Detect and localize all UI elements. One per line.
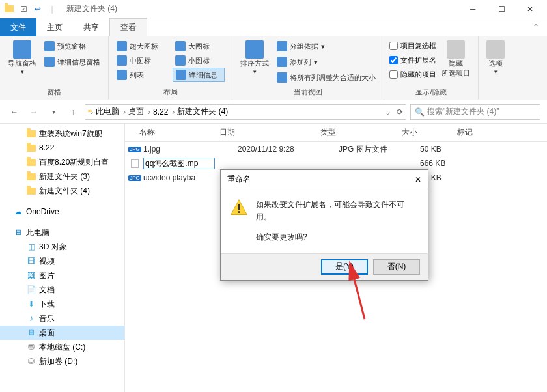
address-bar[interactable]: › 此电脑 桌面 8.22 新建文件夹 (4) ⌵ ⟳ xyxy=(85,104,406,120)
options-button[interactable]: 选项 ▾ xyxy=(484,39,507,76)
dialog-yes-button[interactable]: 是(Y) xyxy=(321,259,368,275)
nav-pane-icon xyxy=(13,40,31,59)
search-box[interactable]: 🔍 搜索"新建文件夹 (4)" xyxy=(410,104,540,120)
dialog-close-icon[interactable]: ✕ xyxy=(415,175,421,184)
hide-selected-button[interactable]: 隐藏 所选项目 xyxy=(439,39,473,79)
warning-icon xyxy=(230,199,248,217)
tree-pc-item[interactable]: 📄文档 xyxy=(0,283,124,297)
qat-undo-icon[interactable]: ↩ xyxy=(31,3,44,16)
tab-file[interactable]: 文件 xyxy=(0,18,36,36)
col-tag[interactable]: 标记 xyxy=(457,127,547,138)
pc-icon: 🖥 xyxy=(13,227,23,238)
medium-icon xyxy=(117,55,127,66)
panes-group-label: 窗格 xyxy=(5,87,103,97)
file-row[interactable]: JPG 1.jpg 2020/11/12 9:28 JPG 图片文件 50 KB xyxy=(125,142,547,156)
details-icon xyxy=(176,70,186,80)
column-headers: 名称 日期 类型 大小 标记 xyxy=(125,124,547,142)
crumb-desktop[interactable]: 桌面 xyxy=(128,106,150,117)
layout-medium[interactable]: 中图标 xyxy=(114,53,173,68)
up-button[interactable]: ↑ xyxy=(65,104,81,120)
showhide-group-label: 显示/隐藏 xyxy=(389,87,473,97)
col-name[interactable]: 名称 xyxy=(125,127,219,138)
navbar: ← → ▾ ↑ › 此电脑 桌面 8.22 新建文件夹 (4) ⌵ ⟳ 🔍 搜索… xyxy=(0,100,547,124)
tree-onedrive[interactable]: ☁OneDrive xyxy=(0,204,124,219)
back-button[interactable]: ← xyxy=(7,104,22,120)
recent-dropdown[interactable]: ▾ xyxy=(46,104,61,120)
layout-group-label: 布局 xyxy=(114,87,227,97)
autosize-icon xyxy=(277,72,287,83)
window-title: 新建文件夹 (4) xyxy=(66,3,117,14)
tab-home[interactable]: 主页 xyxy=(36,18,73,36)
details-pane-button[interactable]: 详细信息窗格 xyxy=(42,55,103,69)
checkbox-extensions[interactable]: 文件扩展名 xyxy=(389,53,436,66)
minimize-button[interactable]: ─ xyxy=(458,0,487,18)
qat-checkbox-icon[interactable]: ☑ xyxy=(17,3,30,16)
jpg-icon: JPG xyxy=(128,147,141,152)
dialog-line1: 如果改变文件扩展名，可能会导致文件不可用。 xyxy=(256,199,419,223)
ribbon: 导航窗格 ▾ 预览窗格 详细信息窗格 窗格 超大图标 大图标 中图标 小图标 列… xyxy=(0,36,547,100)
nav-pane-label: 导航窗格 xyxy=(8,59,36,68)
preview-pane-button[interactable]: 预览窗格 xyxy=(42,39,103,53)
tree-pc-item[interactable]: ⬇下载 xyxy=(0,297,124,311)
large-icon xyxy=(175,41,186,51)
search-icon: 🔍 xyxy=(415,107,425,117)
window-titlebar: ☑ ↩ | 新建文件夹 (4) ─ ☐ ✕ xyxy=(0,0,547,18)
dialog-line2: 确实要更改吗? xyxy=(256,231,419,244)
layout-small[interactable]: 小图标 xyxy=(173,53,225,68)
tree-quick-item[interactable]: 重装系统win7旗舰 xyxy=(0,126,124,141)
tree-pc-desktop[interactable]: 🖥桌面 xyxy=(0,326,124,340)
small-icon xyxy=(175,55,186,66)
col-date[interactable]: 日期 xyxy=(219,127,320,138)
tree-pc-item[interactable]: 🖼图片 xyxy=(0,268,124,283)
tree-pc-item[interactable]: ◫3D 对象 xyxy=(0,240,124,254)
tree-quick-item[interactable]: 新建文件夹 (3) xyxy=(0,169,124,184)
checkbox-hidden[interactable]: 隐藏的项目 xyxy=(389,68,436,81)
rename-dialog: 重命名 ✕ 如果改变文件扩展名，可能会导致文件不可用。 确实要更改吗? 是(Y)… xyxy=(220,169,428,281)
ribbon-collapse-icon[interactable]: ⌃ xyxy=(525,18,547,36)
tab-share[interactable]: 共享 xyxy=(73,18,109,36)
search-placeholder: 搜索"新建文件夹 (4)" xyxy=(427,106,499,117)
addressbar-dropdown-icon[interactable]: ⌵ xyxy=(386,107,390,117)
addcol-button[interactable]: 添加列 ▾ xyxy=(274,55,378,69)
refresh-icon[interactable]: ⟳ xyxy=(397,107,403,117)
sort-button[interactable]: 排序方式 ▾ xyxy=(238,39,272,76)
nav-pane-button[interactable]: 导航窗格 ▾ xyxy=(5,39,39,76)
tree-pc-item[interactable]: ⛁新加卷 (D:) xyxy=(0,354,124,369)
layout-large[interactable]: 大图标 xyxy=(173,39,225,53)
tree-pc-item[interactable]: ⛃本地磁盘 (C:) xyxy=(0,340,124,354)
crumb-current[interactable]: 新建文件夹 (4) xyxy=(177,106,232,117)
autosize-button[interactable]: 将所有列调整为合适的大小 xyxy=(274,70,378,85)
groupby-button[interactable]: 分组依据 ▾ xyxy=(274,39,378,53)
layout-list[interactable]: 列表 xyxy=(114,68,173,82)
crumb-822[interactable]: 8.22 xyxy=(153,107,175,117)
sort-icon xyxy=(245,40,264,59)
layout-details[interactable]: 详细信息 xyxy=(173,68,225,82)
forward-button[interactable]: → xyxy=(26,104,42,120)
tab-view[interactable]: 查看 xyxy=(109,18,147,36)
crumb-thispc[interactable]: 此电脑 xyxy=(96,106,126,117)
tree-quick-item[interactable]: 新建文件夹 (4) xyxy=(0,184,124,198)
file-row-renaming[interactable]: 666 KB xyxy=(125,156,547,171)
options-icon xyxy=(486,40,505,59)
list-icon xyxy=(117,70,127,80)
dialog-title: 重命名 xyxy=(227,174,251,185)
layout-xlarge[interactable]: 超大图标 xyxy=(114,39,173,53)
groupby-icon xyxy=(277,41,287,51)
tree-thispc[interactable]: 🖥此电脑 xyxy=(0,225,124,240)
col-type[interactable]: 类型 xyxy=(320,127,402,138)
close-button[interactable]: ✕ xyxy=(516,0,544,18)
col-size[interactable]: 大小 xyxy=(402,127,457,138)
checkbox-item-boxes[interactable]: 项目复选框 xyxy=(389,39,436,52)
maximize-button[interactable]: ☐ xyxy=(487,0,516,18)
tree-quick-item[interactable]: 百度8.20新规则自查 xyxy=(0,155,124,169)
file-icon xyxy=(131,159,139,168)
rename-input[interactable] xyxy=(143,158,215,169)
tree-pc-item[interactable]: 🎞视频 xyxy=(0,254,124,268)
tree-pc-item[interactable]: ♪音乐 xyxy=(0,311,124,326)
tree-quick-item[interactable]: 8.22 xyxy=(0,141,124,155)
jpg-icon: JPG xyxy=(128,175,141,181)
dialog-no-button[interactable]: 否(N) xyxy=(373,259,420,275)
xlarge-icon xyxy=(117,41,127,51)
qat-separator: | xyxy=(46,3,59,16)
preview-pane-icon xyxy=(44,41,55,51)
